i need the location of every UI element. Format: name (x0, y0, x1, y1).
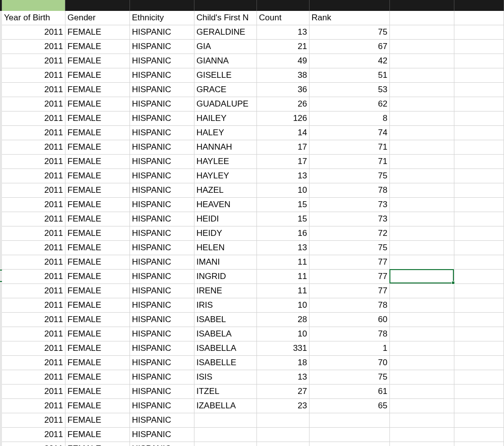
cell-ethnicity[interactable]: HISPANIC (130, 169, 194, 183)
cell-count[interactable] (257, 413, 310, 428)
cell-blank1[interactable] (390, 255, 454, 270)
cell-ethnicity[interactable]: HISPANIC (130, 341, 194, 356)
cell-count[interactable]: 331 (257, 341, 310, 356)
cell-count[interactable] (257, 442, 310, 446)
cell-ethnicity[interactable]: HISPANIC (130, 255, 194, 270)
cell-gender[interactable]: FEMALE (65, 241, 130, 255)
cell-ethnicity[interactable]: HISPANIC (130, 54, 194, 68)
cell-ethnicity[interactable]: HISPANIC (130, 140, 194, 155)
cell-count[interactable]: 10 (257, 183, 310, 198)
cell-count[interactable]: 17 (257, 140, 310, 155)
cell-rank[interactable]: 42 (310, 54, 390, 68)
cell-blank2[interactable] (454, 97, 504, 112)
cell-name[interactable]: INGRID (194, 270, 257, 284)
cell-blank1[interactable] (390, 370, 454, 385)
cell-count[interactable]: 11 (257, 270, 310, 284)
cell-rank[interactable]: 8 (310, 112, 390, 126)
cell-rank[interactable]: 53 (310, 83, 390, 97)
cell-ethnicity[interactable]: HISPANIC (130, 68, 194, 83)
cell-blank1[interactable] (390, 155, 454, 169)
cell-gender[interactable]: FEMALE (65, 284, 130, 298)
cell-count[interactable]: 11 (257, 284, 310, 298)
cell-blank2[interactable] (454, 212, 504, 226)
cell-ethnicity[interactable]: HISPANIC (130, 97, 194, 112)
cell-count[interactable] (257, 428, 310, 442)
header-cell-blank2[interactable] (454, 11, 504, 25)
cell-rank[interactable]: 75 (310, 25, 390, 40)
cell-rank[interactable]: 71 (310, 155, 390, 169)
cell-blank1[interactable] (390, 284, 454, 298)
cell-ethnicity[interactable]: HISPANIC (130, 298, 194, 313)
cell-gender[interactable]: FEMALE (65, 68, 130, 83)
cell-year[interactable]: 2011 (2, 198, 65, 212)
cell-gender[interactable]: FEMALE (65, 140, 130, 155)
cell-gender[interactable]: FEMALE (65, 83, 130, 97)
cell-year[interactable]: 2011 (2, 155, 65, 169)
cell-name[interactable]: HANNAH (194, 140, 257, 155)
cell-name[interactable]: GIA (194, 40, 257, 54)
column-header-rank[interactable] (310, 0, 390, 11)
cell-blank1[interactable] (390, 40, 454, 54)
cell-year[interactable]: 2011 (2, 97, 65, 112)
cell-name[interactable]: HAYLEY (194, 169, 257, 183)
cell-name[interactable]: ISABELLA (194, 341, 257, 356)
cell-blank1[interactable] (390, 341, 454, 356)
cell-rank[interactable]: 1 (310, 341, 390, 356)
cell-gender[interactable]: FEMALE (65, 341, 130, 356)
cell-gender[interactable]: FEMALE (65, 40, 130, 54)
cell-blank1[interactable] (390, 112, 454, 126)
cell-blank1[interactable] (390, 298, 454, 313)
cell-name[interactable]: ISIS (194, 370, 257, 385)
cell-rank[interactable]: 67 (310, 40, 390, 54)
cell-blank1[interactable] (390, 442, 454, 446)
cell-blank2[interactable] (454, 442, 504, 446)
cell-blank1[interactable] (390, 198, 454, 212)
cell-blank2[interactable] (454, 284, 504, 298)
cell-blank2[interactable] (454, 25, 504, 40)
cell-blank2[interactable] (454, 385, 504, 399)
cell-count[interactable]: 26 (257, 97, 310, 112)
cell-year[interactable]: 2011 (2, 241, 65, 255)
cell-year[interactable]: 2011 (2, 112, 65, 126)
cell-year[interactable]: 2011 (2, 25, 65, 40)
cell-gender[interactable]: FEMALE (65, 112, 130, 126)
header-cell-count[interactable]: Count (257, 11, 310, 25)
cell-blank1[interactable] (390, 356, 454, 370)
cell-gender[interactable]: FEMALE (65, 327, 130, 341)
cell-rank[interactable] (310, 428, 390, 442)
column-header-ethnicity[interactable] (130, 0, 194, 11)
column-header-blank2[interactable] (454, 0, 504, 11)
header-cell-blank1[interactable] (390, 11, 454, 25)
cell-blank1[interactable] (390, 68, 454, 83)
cell-ethnicity[interactable]: HISPANIC (130, 83, 194, 97)
cell-ethnicity[interactable]: HISPANIC (130, 241, 194, 255)
cell-gender[interactable]: FEMALE (65, 226, 130, 241)
cell-blank2[interactable] (454, 140, 504, 155)
cell-rank[interactable] (310, 413, 390, 428)
cell-rank[interactable]: 78 (310, 327, 390, 341)
cell-blank2[interactable] (454, 54, 504, 68)
cell-ethnicity[interactable]: HISPANIC (130, 356, 194, 370)
cell-blank2[interactable] (454, 83, 504, 97)
cell-blank1[interactable] (390, 226, 454, 241)
cell-count[interactable]: 15 (257, 212, 310, 226)
cell-name[interactable]: GERALDINE (194, 25, 257, 40)
cell-name[interactable]: ISABELA (194, 327, 257, 341)
cell-count[interactable]: 13 (257, 370, 310, 385)
cell-name[interactable]: IRIS (194, 298, 257, 313)
cell-blank2[interactable] (454, 198, 504, 212)
cell-rank[interactable]: 75 (310, 169, 390, 183)
cell-gender[interactable]: FEMALE (65, 54, 130, 68)
cell-ethnicity[interactable]: HISPANIC (130, 155, 194, 169)
cell-year[interactable]: 2011 (2, 385, 65, 399)
cell-ethnicity[interactable]: HISPANIC (130, 112, 194, 126)
cell-blank2[interactable] (454, 112, 504, 126)
cell-ethnicity[interactable]: HISPANIC (130, 385, 194, 399)
cell-count[interactable]: 36 (257, 83, 310, 97)
cell-name[interactable]: IMANI (194, 255, 257, 270)
cell-count[interactable]: 17 (257, 155, 310, 169)
cell-blank2[interactable] (454, 356, 504, 370)
header-cell-name[interactable]: Child's First N (194, 11, 257, 25)
cell-ethnicity[interactable]: HISPANIC (130, 198, 194, 212)
cell-year[interactable]: 2011 (2, 226, 65, 241)
